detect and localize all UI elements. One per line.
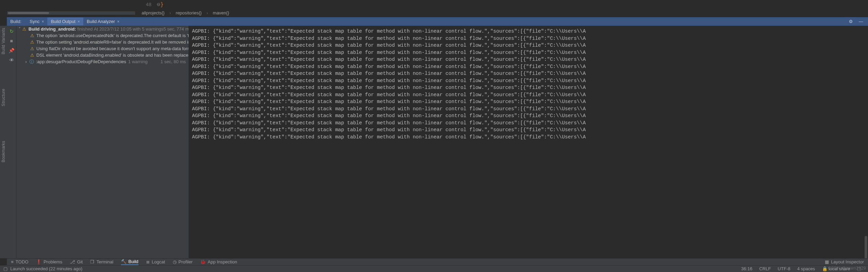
git-icon: ⎇ <box>70 259 75 264</box>
build-tool-tabs: Build: Sync × Build Output × Build Analy… <box>7 17 868 26</box>
task-status: finished <box>76 26 94 32</box>
tab-build[interactable]: 🔨Build <box>121 259 138 265</box>
tab-build-output[interactable]: Build Output × <box>47 18 83 25</box>
file-encoding[interactable]: UTF-8 <box>778 266 791 271</box>
gear-icon[interactable]: ⚙ <box>849 19 854 24</box>
warning-text: The option setting 'android.enableR8=fal… <box>36 39 189 45</box>
hammer-icon: 🔨 <box>121 259 126 264</box>
warning-icon: ⚠ <box>30 33 34 38</box>
terminal-icon: ❐ <box>90 259 94 264</box>
rerun-icon[interactable]: ↻ <box>9 29 14 34</box>
status-message: Launch succeeded (22 minutes ago) <box>10 266 82 271</box>
tab-sync[interactable]: Sync × <box>26 18 48 25</box>
tree-warning[interactable]: ⚠ The option 'android.useDeprecatedNdk' … <box>16 32 189 39</box>
logcat-icon: ≣ <box>146 259 150 264</box>
tab-git[interactable]: ⎇Git <box>70 259 83 264</box>
list-icon: ≡ <box>11 259 14 264</box>
task-stamp: At 2023/7/12 10:05 with 5 warnings <box>94 26 164 32</box>
tree-root[interactable]: ˅ ⚠ Build driving_android: finished At 2… <box>16 26 189 32</box>
warning-icon: ⚠ <box>30 39 34 45</box>
warning-icon: ⚠ <box>30 46 34 51</box>
tool-stripe-left: Build Variants Structure Bookmarks <box>0 26 7 258</box>
info-icon: ⓘ <box>29 59 34 65</box>
task-title: Build driving_android: <box>28 26 76 32</box>
tab-todo[interactable]: ≡TODO <box>11 259 28 264</box>
warning-icon: ⚠ <box>30 53 34 58</box>
tab-profiler[interactable]: ◷Profiler <box>173 259 193 264</box>
indent-setting[interactable]: 4 spaces <box>797 266 815 271</box>
tab-terminal[interactable]: ❐Terminal <box>90 259 113 264</box>
tool-label: Build: <box>10 19 22 24</box>
pin-icon[interactable]: 📌 <box>9 48 14 53</box>
task-time: 1 sec, 80 ms <box>160 59 189 64</box>
breadcrumb-item[interactable]: repositories{} <box>176 10 202 15</box>
breadcrumb-item[interactable]: allprojects{} <box>142 10 165 15</box>
close-icon[interactable]: × <box>117 19 119 24</box>
window-icon[interactable]: ▢ <box>3 266 8 271</box>
chevron-right-icon[interactable]: › <box>24 59 28 64</box>
code-brace: } <box>160 1 164 8</box>
warning-text: Using flatDir should be avoided because … <box>36 46 189 51</box>
stripe-build-variants[interactable]: Build Variants <box>1 28 6 54</box>
tree-warning[interactable]: ⚠ The option setting 'android.enableR8=f… <box>16 39 189 45</box>
close-icon[interactable]: × <box>41 19 44 24</box>
editor-line: 48 ⊖ } <box>136 0 868 9</box>
caret-position[interactable]: 36:16 <box>741 266 752 271</box>
console-output[interactable]: AGPBI: {"kind":"warning","text":"Expecte… <box>189 26 868 262</box>
scrollbar-horizontal[interactable] <box>7 11 135 15</box>
inspect-icon: 🐞 <box>200 259 206 264</box>
tab-logcat[interactable]: ≣Logcat <box>146 259 165 264</box>
tab-label: Sync <box>30 19 40 24</box>
line-separator[interactable]: CRLF <box>759 266 771 271</box>
scrollbar-vertical[interactable] <box>864 27 867 262</box>
line-number: 48 <box>136 2 157 7</box>
tree-warning[interactable]: ⚠ Using flatDir should be avoided becaus… <box>16 45 189 52</box>
bottom-tool-bar: ≡TODO ❗Problems ⎇Git ❐Terminal 🔨Build ≣L… <box>7 258 868 265</box>
tab-app-inspection[interactable]: 🐞App Inspection <box>200 259 237 264</box>
tab-label: Build Analyzer <box>87 19 115 24</box>
tree-warning[interactable]: ⚠ DSL element 'android.dataBinding.enabl… <box>16 52 189 58</box>
close-icon[interactable]: × <box>77 19 80 24</box>
fold-marker-icon[interactable]: ⊖ <box>157 2 160 7</box>
task-name: :app:desugarProductDebugFileDependencies <box>36 59 126 64</box>
profiler-icon: ◷ <box>173 259 177 264</box>
tab-label: Build Output <box>51 19 75 24</box>
chevron-right-icon: › <box>206 10 208 15</box>
bulb-icon: ❗ <box>36 259 41 264</box>
chevron-down-icon[interactable]: ˅ <box>19 26 21 32</box>
build-tree: ˅ ⚠ Build driving_android: finished At 2… <box>16 26 189 265</box>
tab-layout-inspector[interactable]: ▦Layout Inspector <box>825 259 864 264</box>
warning-icon: ⚠ <box>22 26 26 32</box>
layout-icon: ▦ <box>825 259 829 264</box>
stop-icon[interactable]: ■ <box>9 38 14 44</box>
warning-count: 1 warning <box>128 59 147 64</box>
status-bar: ▢ Launch succeeded (22 minutes ago) 36:1… <box>0 265 868 272</box>
warning-text: DSL element 'android.dataBinding.enabled… <box>36 53 189 58</box>
watermark: CSDN @zswn2829 <box>828 266 866 271</box>
tab-build-analyzer[interactable]: Build Analyzer × <box>83 18 123 25</box>
tab-problems[interactable]: ❗Problems <box>36 259 62 264</box>
warning-text: The option 'android.useDeprecatedNdk' is… <box>36 33 189 38</box>
stripe-structure[interactable]: Structure <box>1 89 6 106</box>
breadcrumb-item[interactable]: maven{} <box>213 10 229 15</box>
tree-task[interactable]: › ⓘ :app:desugarProductDebugFileDependen… <box>16 58 189 65</box>
minimize-icon[interactable]: — <box>859 19 864 24</box>
view-icon[interactable]: 👁 <box>9 57 14 63</box>
build-gutter: ↻ ■ 📌 👁 <box>7 26 16 258</box>
breadcrumb: allprojects{} › repositories{} › maven{} <box>136 9 868 17</box>
stripe-bookmarks[interactable]: Bookmarks <box>1 141 6 162</box>
chevron-right-icon: › <box>169 10 171 15</box>
task-time: 5 sec, 774 ms <box>164 26 189 32</box>
